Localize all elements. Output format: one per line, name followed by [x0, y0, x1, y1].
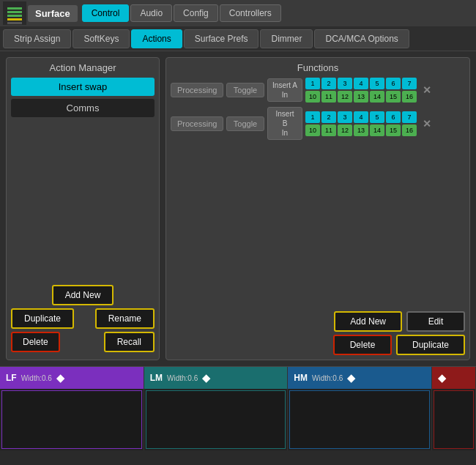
top-tab-control[interactable]: Control	[82, 4, 130, 22]
strip-lm-diamond[interactable]: ◆	[202, 372, 210, 384]
fn-num-3[interactable]: 3	[338, 78, 352, 89]
fn-num-4[interactable]: 4	[354, 78, 368, 89]
action-item-comms[interactable]: Comms	[11, 99, 155, 117]
delete-button[interactable]: Delete	[11, 332, 60, 352]
fn-num-b-7[interactable]: 7	[402, 111, 417, 123]
recall-button[interactable]: Recall	[104, 332, 155, 352]
strip-lf-width: Width:0.6	[21, 374, 52, 382]
tab-dca-mca[interactable]: DCA/MCA Options	[314, 29, 409, 48]
fn-num-b-10[interactable]: 10	[305, 124, 320, 136]
fn-num-6[interactable]: 6	[386, 78, 401, 89]
tab-dimmer[interactable]: Dimmer	[260, 29, 313, 48]
fn-processing-1[interactable]: Processing	[171, 83, 223, 97]
functions-title: Functions	[171, 62, 465, 73]
del-recall-row: Delete Recall	[11, 332, 155, 352]
fn-num-b-2[interactable]: 2	[321, 111, 336, 123]
fn-insert-a[interactable]: Insert AIn	[267, 78, 302, 102]
fn-num-5[interactable]: 5	[370, 78, 384, 89]
strip-lf-diamond[interactable]: ◆	[56, 372, 64, 384]
fn-num-14[interactable]: 14	[370, 91, 384, 103]
strip-lm-body	[146, 390, 286, 449]
fn-num-7[interactable]: 7	[402, 78, 417, 89]
fn-num-b-15[interactable]: 15	[386, 124, 401, 136]
strip-lf-label: LF	[6, 373, 17, 383]
action-item-insert-swap[interactable]: Insert swap	[11, 78, 155, 96]
fn-btns-row-1: Add New Edit	[171, 311, 465, 332]
strip-red: ◆	[432, 367, 476, 450]
fn-num-11[interactable]: 11	[321, 91, 336, 103]
fn-toggle-2[interactable]: Toggle	[226, 116, 264, 131]
fn-grid-1: 1 2 3 4 5 6 7 10 11 12 13 14 15 16	[305, 78, 417, 103]
fn-spacer	[171, 144, 465, 311]
strip-hm: HM Width:0.6 ◆	[288, 367, 432, 450]
fn-num-b-1[interactable]: 1	[305, 111, 320, 123]
duplicate-button[interactable]: Duplicate	[11, 308, 74, 329]
tab-surface-prefs[interactable]: Surface Prefs	[184, 29, 259, 48]
fn-num-b-3[interactable]: 3	[338, 111, 352, 123]
strip-red-body	[434, 390, 474, 449]
ind-yellow	[7, 18, 22, 21]
ind-green-1	[7, 7, 22, 10]
strip-lf: LF Width:0.6 ◆	[0, 367, 144, 450]
fn-num-1[interactable]: 1	[305, 78, 320, 89]
ind-gray-1	[7, 22, 22, 24]
main-content: Action Manager Insert swap Comms Add New…	[0, 51, 476, 366]
fn-num-2[interactable]: 2	[321, 78, 336, 89]
fn-toggle-1[interactable]: Toggle	[226, 83, 264, 97]
fn-num-13[interactable]: 13	[354, 91, 368, 103]
level-indicator	[3, 1, 26, 25]
fn-num-b-16[interactable]: 16	[402, 124, 417, 136]
surface-label: Surface	[28, 5, 78, 22]
add-new-button[interactable]: Add New	[52, 285, 114, 305]
function-row-1: Processing Toggle Insert AIn 1 2 3 4 5 6…	[171, 78, 465, 103]
tab-softkeys[interactable]: SoftKeys	[72, 29, 130, 48]
fn-num-10[interactable]: 10	[305, 91, 320, 103]
strip-lf-header: LF Width:0.6 ◆	[0, 367, 144, 389]
function-row-2: Processing Toggle Insert BIn 1 2 3 4 5 6…	[171, 107, 465, 140]
close-row-2[interactable]: ✕	[420, 118, 434, 130]
strip-hm-width: Width:0.6	[312, 374, 343, 382]
fn-num-16[interactable]: 16	[402, 91, 417, 103]
tab-strip-assign[interactable]: Strip Assign	[3, 29, 71, 48]
strip-hm-label: HM	[294, 373, 308, 383]
strip-lm-header: LM Width:0.6 ◆	[144, 367, 288, 389]
nav-tabs: Strip Assign SoftKeys Actions Surface Pr…	[0, 26, 476, 51]
top-tab-controllers[interactable]: Controllers	[220, 4, 281, 22]
fn-delete-button[interactable]: Delete	[333, 335, 392, 355]
fn-add-new-button[interactable]: Add New	[334, 311, 402, 332]
fn-num-b-6[interactable]: 6	[386, 111, 401, 123]
close-row-1[interactable]: ✕	[420, 84, 434, 96]
action-manager-panel: Action Manager Insert swap Comms Add New…	[6, 57, 160, 360]
fn-num-b-13[interactable]: 13	[354, 124, 368, 136]
fn-num-15[interactable]: 15	[386, 91, 401, 103]
strip-lf-body	[1, 390, 142, 449]
fn-grid-2: 1 2 3 4 5 6 7 10 11 12 13 14 15 16	[305, 111, 417, 136]
fn-num-b-4[interactable]: 4	[354, 111, 368, 123]
fn-num-b-12[interactable]: 12	[338, 124, 352, 136]
bottom-strip: LF Width:0.6 ◆ LM Width:0.6 ◆ HM Width:0…	[0, 366, 476, 450]
rename-button[interactable]: Rename	[95, 308, 155, 329]
fn-num-b-11[interactable]: 11	[321, 124, 336, 136]
fn-num-b-14[interactable]: 14	[370, 124, 384, 136]
functions-panel: Functions Processing Toggle Insert AIn 1…	[166, 57, 470, 360]
fn-processing-2[interactable]: Processing	[171, 116, 223, 131]
fn-num-b-5[interactable]: 5	[370, 111, 384, 123]
action-list-spacer	[11, 120, 155, 285]
dup-rename-row: Duplicate Rename	[11, 308, 155, 329]
top-tab-config[interactable]: Config	[174, 4, 218, 22]
fn-edit-button[interactable]: Edit	[406, 311, 465, 332]
ind-green-2	[7, 11, 22, 13]
tab-actions[interactable]: Actions	[131, 29, 182, 48]
add-new-row: Add New	[11, 285, 155, 305]
fn-num-12[interactable]: 12	[338, 91, 352, 103]
strip-red-diamond[interactable]: ◆	[438, 372, 446, 384]
action-manager-title: Action Manager	[11, 62, 155, 73]
strip-lm-label: LM	[150, 373, 163, 383]
top-bar: Surface Control Audio Config Controllers	[0, 0, 476, 26]
fn-duplicate-button[interactable]: Duplicate	[396, 335, 465, 355]
ind-green-3	[7, 15, 22, 17]
top-tab-audio[interactable]: Audio	[130, 4, 172, 22]
strip-red-header: ◆	[432, 367, 475, 389]
fn-insert-b[interactable]: Insert BIn	[267, 107, 302, 140]
strip-hm-diamond[interactable]: ◆	[347, 372, 355, 384]
